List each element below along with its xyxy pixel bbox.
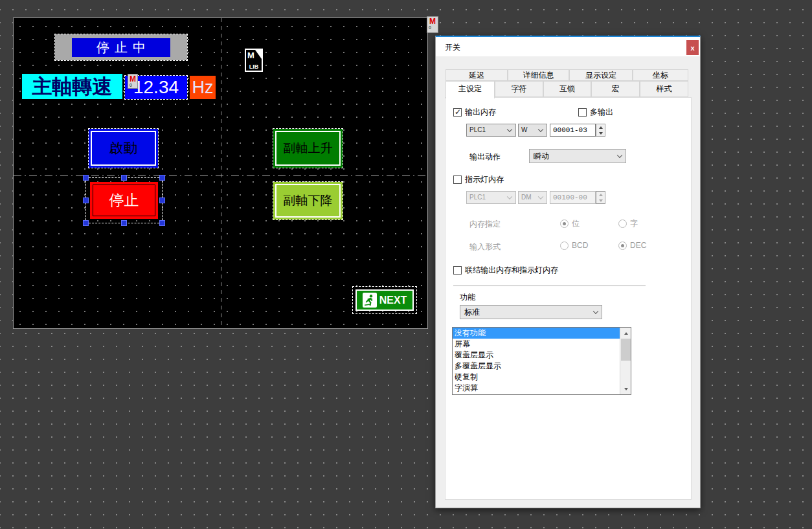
tab-row-2: 主设定 字符 互锁 宏 样式: [445, 81, 688, 98]
tab-macro[interactable]: 宏: [591, 81, 640, 97]
scrollbar-thumb[interactable]: [621, 339, 631, 361]
tab-style[interactable]: 样式: [640, 81, 688, 97]
tab-character[interactable]: 字符: [495, 81, 543, 97]
spinner-down-icon: [596, 197, 605, 203]
lamp-address-input: 00100-00: [550, 191, 596, 204]
chevron-down-icon: [538, 194, 543, 199]
lamp-status-label: 停止中: [72, 38, 170, 57]
function-type-select[interactable]: 标准: [460, 305, 602, 319]
chevron-down-icon: [507, 127, 512, 132]
list-item[interactable]: 硬复制: [453, 372, 620, 383]
resize-handle-sw[interactable]: [83, 220, 89, 226]
checkbox-checked-icon[interactable]: [453, 108, 462, 117]
output-memory-checkbox[interactable]: 输出内存: [453, 107, 496, 118]
output-address-input[interactable]: 00001-03: [550, 124, 596, 137]
scroll-up-icon[interactable]: [620, 328, 631, 339]
dialog-titlebar[interactable]: 开关 x: [436, 37, 700, 56]
aux-up-switch-widget[interactable]: 副軸上升: [273, 129, 343, 168]
resize-handle-n[interactable]: [121, 175, 127, 181]
dec-radio: DEC: [618, 241, 646, 250]
lamp-status-widget[interactable]: 停止中: [55, 34, 187, 60]
horizontal-guide-line: [14, 175, 427, 176]
tab-coords[interactable]: 坐标: [633, 69, 688, 81]
close-button[interactable]: x: [686, 40, 699, 55]
spindle-speed-text[interactable]: 主軸轉速: [22, 74, 122, 99]
output-address-spinner[interactable]: [596, 124, 605, 137]
start-switch-widget[interactable]: 啟動: [89, 129, 158, 168]
resize-handle-s[interactable]: [121, 220, 127, 226]
tab-details[interactable]: 详细信息: [508, 69, 569, 81]
stop-switch-widget[interactable]: 停止: [90, 182, 158, 219]
radio-selected-icon: [560, 219, 569, 228]
checkbox-unchecked-icon[interactable]: [453, 266, 462, 275]
list-item[interactable]: 多覆盖层显示: [453, 361, 620, 372]
word-radio: 字: [618, 218, 638, 229]
spinner-down-icon[interactable]: [596, 130, 605, 136]
lamp-plc-select: PLC1: [466, 191, 516, 204]
radio-unselected-icon: [560, 242, 569, 250]
output-action-select[interactable]: 瞬动: [529, 149, 626, 163]
dialog-title: 开关: [445, 42, 460, 53]
chevron-down-icon: [538, 127, 543, 132]
bcd-radio: BCD: [560, 241, 588, 250]
switch-settings-dialog: 开关 x 延迟 详细信息 显示设定 坐标 主设定 字符 互锁 宏 样式 输出内存…: [435, 36, 701, 508]
chevron-down-icon: [593, 309, 598, 314]
settings-tabs: 延迟 详细信息 显示设定 坐标 主设定 字符 互锁 宏 样式: [445, 69, 688, 98]
chevron-down-icon: [617, 153, 622, 158]
vertical-guide-line: [221, 18, 221, 328]
tab-main[interactable]: 主设定: [445, 81, 495, 98]
bit-radio: 位: [560, 218, 580, 229]
function-label: 功能: [460, 292, 475, 303]
memory-spec-label: 内存指定: [469, 219, 501, 230]
resize-handle-w[interactable]: [83, 197, 89, 203]
multi-lib-icon[interactable]: M LIB: [245, 49, 263, 72]
tab-interlock[interactable]: 互锁: [543, 81, 591, 97]
resize-handle-ne[interactable]: [159, 175, 165, 181]
tab-display[interactable]: 显示设定: [569, 69, 633, 81]
resize-handle-se[interactable]: [159, 220, 165, 226]
radio-selected-icon: [618, 242, 627, 250]
tab-delay[interactable]: 延迟: [445, 69, 508, 81]
tab-row-1: 延迟 详细信息 显示设定 坐标: [445, 69, 688, 81]
screen-macro-badge: M0: [427, 16, 438, 33]
lamp-address-spinner: [596, 191, 605, 204]
spinner-up-icon: [596, 192, 605, 197]
list-item[interactable]: 屏幕: [453, 339, 620, 350]
function-listbox[interactable]: 没有功能 屏幕 覆盖层显示 多覆盖层显示 硬复制 字演算: [452, 327, 631, 395]
scrollbar[interactable]: [620, 328, 631, 394]
chevron-down-icon: [507, 194, 512, 199]
lamp-memory-checkbox[interactable]: 指示灯内存: [453, 174, 504, 185]
input-format-label: 输入形式: [469, 242, 501, 253]
output-action-label: 输出动作: [469, 152, 501, 163]
exit-man-icon: [363, 293, 377, 308]
scroll-down-icon[interactable]: [620, 383, 631, 394]
unit-text[interactable]: Hz: [190, 76, 216, 99]
macro-marker-badge: M0: [128, 74, 138, 89]
resize-handle-e[interactable]: [159, 197, 165, 203]
checkbox-unchecked-icon[interactable]: [578, 108, 587, 117]
design-canvas[interactable]: 停止中 主軸轉速 12.34 M0 Hz M LIB 啟動 停止 副軸上升: [13, 17, 428, 329]
next-screen-button-widget[interactable]: NEXT: [355, 289, 414, 311]
resize-handle-nw[interactable]: [83, 175, 89, 181]
list-item[interactable]: 没有功能: [453, 328, 620, 339]
list-item[interactable]: 字演算: [453, 383, 620, 394]
lamp-device-select: DM: [518, 191, 547, 204]
radio-unselected-icon: [618, 219, 627, 228]
main-settings-panel: 输出内存 多输出 PLC1 W 00001-03 输出动作 瞬动 指示灯内存 P…: [445, 97, 692, 500]
separator: [453, 286, 646, 286]
spinner-up-icon[interactable]: [596, 124, 605, 130]
close-icon: x: [690, 44, 694, 52]
multi-output-checkbox[interactable]: 多输出: [578, 107, 613, 118]
list-item[interactable]: 覆盖层显示: [453, 350, 620, 361]
link-memories-checkbox[interactable]: 联结输出内存和指示灯内存: [453, 265, 558, 276]
checkbox-unchecked-icon[interactable]: [453, 175, 462, 184]
output-device-select[interactable]: W: [518, 124, 547, 137]
output-plc-select[interactable]: PLC1: [466, 124, 516, 137]
aux-down-switch-widget[interactable]: 副軸下降: [273, 182, 343, 219]
